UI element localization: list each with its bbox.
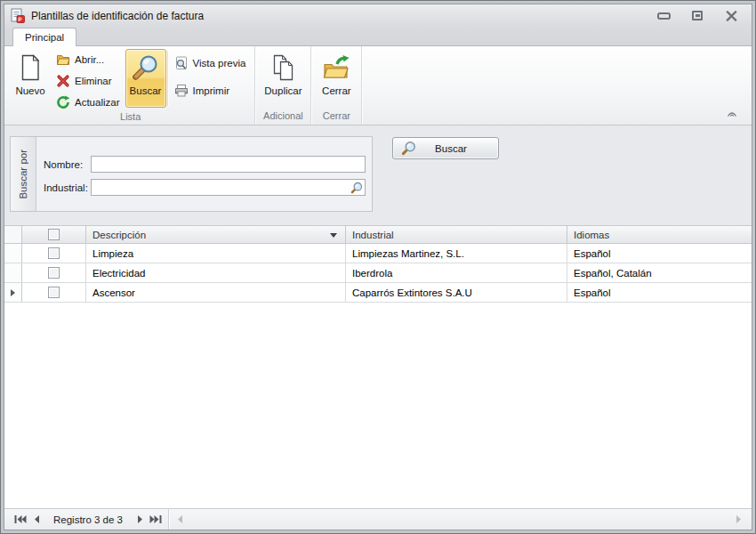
vista-previa-icon — [174, 56, 189, 70]
hscroll-track[interactable] — [188, 509, 730, 530]
collapse-ribbon-icon — [727, 109, 737, 117]
actualizar-icon — [56, 95, 70, 109]
hscroll-left-icon — [177, 515, 183, 523]
duplicar-icon — [269, 53, 297, 82]
buscar-button-label: Buscar — [416, 143, 486, 154]
ribbon-group-adicional-content: Duplicar — [255, 46, 310, 109]
actualizar-button[interactable]: Actualizar — [52, 93, 124, 110]
row-indicator — [4, 244, 22, 263]
industrial-input[interactable] — [91, 179, 366, 196]
preview-small-buttons: Vista previa Imprimir — [171, 54, 250, 99]
grid-header-row: Descripción Industrial Idiomas — [4, 225, 752, 244]
record-navigator-bar: Registro 3 de 3 — [4, 508, 752, 530]
nombre-input-wrap — [91, 156, 366, 173]
grid-header-indicator — [4, 226, 22, 243]
nav-prev-icon — [34, 515, 40, 523]
grid-empty-area — [4, 303, 752, 508]
select-all-checkbox[interactable] — [48, 229, 60, 240]
nav-first-button[interactable] — [12, 512, 28, 528]
window-inner: Plantillas de identificación de factura … — [4, 4, 752, 530]
nombre-label: Nombre: — [44, 159, 91, 170]
industrial-label: Industrial: — [44, 182, 91, 193]
search-zone: Buscar por Nombre: Industrial: — [4, 125, 752, 225]
minimize-button[interactable] — [655, 8, 672, 24]
minimize-icon — [657, 12, 671, 20]
imprimir-button[interactable]: Imprimir — [171, 82, 250, 99]
industrial-header-label: Industrial — [352, 230, 394, 240]
title-bar: Plantillas de identificación de factura — [4, 4, 752, 27]
app-window: Plantillas de identificación de factura … — [0, 0, 756, 534]
collapse-ribbon-button[interactable] — [726, 108, 738, 118]
tab-principal[interactable]: Principal — [12, 28, 76, 46]
buscar-ribbon-label: Buscar — [130, 85, 162, 96]
focused-row-icon — [11, 289, 15, 296]
nuevo-button[interactable]: Nuevo — [10, 49, 51, 108]
ribbon-tab-row: Principal — [4, 27, 752, 46]
ribbon: Nuevo Abrir... — [4, 46, 752, 125]
hscroll-left-button[interactable] — [172, 512, 188, 528]
hscroll-right-icon — [736, 515, 742, 523]
industrial-lookup-button[interactable] — [350, 181, 364, 194]
buscar-button[interactable]: Buscar — [392, 137, 499, 159]
templates-grid: Descripción Industrial Idiomas Limpieza … — [4, 225, 752, 508]
search-panel-fields: Nombre: Industrial: — [36, 137, 372, 211]
cell-descripcion: Electricidad — [86, 263, 346, 282]
nav-next-icon — [137, 515, 143, 523]
row-checkbox[interactable] — [48, 287, 60, 298]
table-row[interactable]: Electricidad Iberdrola Español, Catalán — [4, 263, 752, 283]
duplicar-button[interactable]: Duplicar — [259, 49, 307, 108]
cell-industrial: Limpiezas Martinez, S.L. — [346, 244, 567, 263]
grid-header-industrial[interactable]: Industrial — [346, 226, 567, 243]
grid-header-checkbox-cell[interactable] — [22, 226, 86, 243]
descripcion-header-label: Descripción — [92, 230, 146, 240]
ribbon-group-cerrar-content: Cerrar — [311, 46, 361, 109]
close-icon — [726, 11, 737, 21]
search-panel-caption: Buscar por — [18, 150, 28, 199]
eliminar-icon — [56, 74, 70, 88]
nav-last-icon — [149, 515, 162, 523]
nav-last-button[interactable] — [148, 512, 164, 528]
close-button[interactable] — [723, 8, 739, 24]
row-checkbox[interactable] — [48, 247, 60, 259]
tab-principal-label: Principal — [25, 32, 64, 43]
cell-descripcion: Ascensor — [86, 283, 346, 302]
nuevo-icon — [16, 53, 44, 82]
grid-header-descripcion[interactable]: Descripción — [86, 226, 346, 243]
sort-arrow-icon[interactable] — [330, 233, 337, 238]
record-count-label: Registro 3 de 3 — [53, 514, 123, 525]
maximize-button[interactable] — [689, 8, 705, 24]
eliminar-button[interactable]: Eliminar — [52, 72, 124, 89]
app-icon — [10, 8, 26, 23]
abrir-button[interactable]: Abrir... — [52, 51, 124, 68]
cerrar-button[interactable]: Cerrar — [315, 49, 358, 108]
abrir-icon — [56, 53, 70, 67]
cerrar-icon — [322, 53, 350, 82]
buscar-icon — [132, 53, 160, 82]
hscroll-right-button[interactable] — [730, 512, 746, 528]
row-checkbox[interactable] — [48, 267, 60, 279]
vista-previa-button[interactable]: Vista previa — [171, 54, 250, 71]
buscar-ribbon-button[interactable]: Buscar — [125, 49, 166, 108]
content-area: Buscar por Nombre: Industrial: — [4, 125, 752, 530]
nav-prev-button[interactable] — [28, 512, 44, 528]
ribbon-group-lista-content: Nuevo Abrir... — [6, 46, 254, 110]
ribbon-empty-area — [362, 46, 752, 125]
cell-industrial: Iberdrola — [346, 263, 567, 282]
search-panel-caption-strip: Buscar por — [11, 137, 36, 211]
row-checkbox-cell — [22, 283, 86, 302]
nuevo-label: Nuevo — [15, 85, 44, 96]
grid-header-idiomas[interactable]: Idiomas — [567, 226, 752, 243]
industrial-input-wrap — [91, 179, 366, 196]
lookup-magnifier-icon — [350, 182, 363, 194]
table-row[interactable]: Ascensor Caparrós Extintores S.A.U Españ… — [4, 283, 752, 303]
group-caption-adicional: Adicional — [255, 109, 310, 125]
nombre-input[interactable] — [91, 156, 366, 173]
nav-next-button[interactable] — [132, 512, 148, 528]
duplicar-label: Duplicar — [264, 85, 302, 96]
nav-first-icon — [14, 515, 27, 523]
cell-industrial: Caparrós Extintores S.A.U — [346, 283, 567, 302]
table-row[interactable]: Limpieza Limpiezas Martinez, S.L. Españo… — [4, 244, 752, 263]
group-caption-lista: Lista — [6, 110, 254, 125]
idiomas-header-label: Idiomas — [574, 230, 609, 240]
row-checkbox-cell — [22, 263, 86, 282]
